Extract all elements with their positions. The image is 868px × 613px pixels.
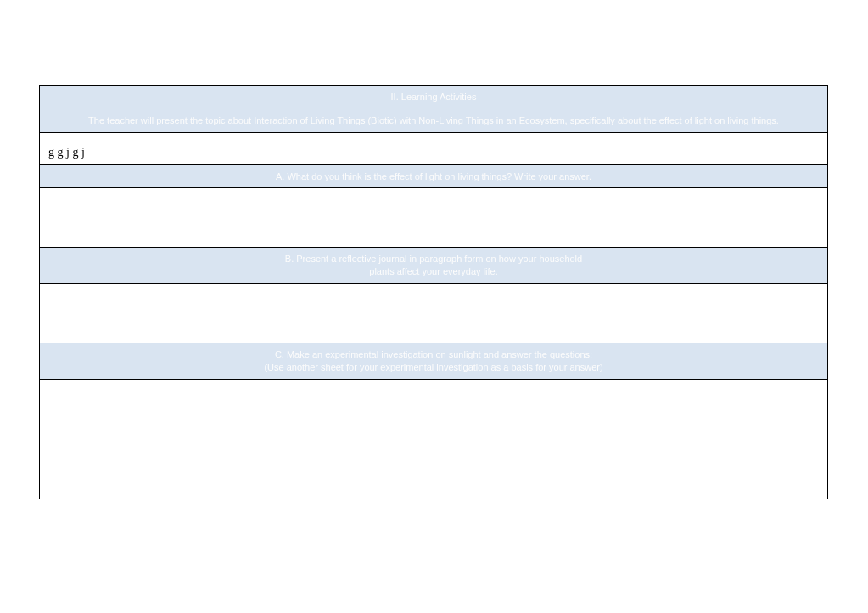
question-a-prompt-row: A. What do you think is the effect of li… xyxy=(40,165,827,189)
fragment-line-row: g g j g j xyxy=(40,133,827,165)
question-b-answer-row[interactable] xyxy=(40,284,827,343)
question-a-answer-row[interactable] xyxy=(40,188,827,248)
question-c-prompt-line1: C. Make an experimental investigation on… xyxy=(48,348,819,361)
section-intro: The teacher will present the topic about… xyxy=(88,115,779,125)
question-c-answer-row[interactable] xyxy=(40,380,827,499)
section-intro-row: The teacher will present the topic about… xyxy=(40,109,827,133)
question-a-prompt: A. What do you think is the effect of li… xyxy=(276,171,591,181)
question-b-prompt-row: B. Present a reflective journal in parag… xyxy=(40,248,827,284)
section-title-row: II. Learning Activities xyxy=(40,86,827,109)
question-c-prompt-row: C. Make an experimental investigation on… xyxy=(40,343,827,380)
fragment-line: g g j g j xyxy=(48,145,85,161)
question-b-prompt-line2: plants affect your everyday life. xyxy=(48,265,819,278)
question-b-prompt-line1: B. Present a reflective journal in parag… xyxy=(48,253,819,265)
section-title: II. Learning Activities xyxy=(391,92,477,102)
question-c-prompt-line2: (Use another sheet for your experimental… xyxy=(48,361,819,374)
worksheet-table: II. Learning Activities The teacher will… xyxy=(39,85,828,499)
